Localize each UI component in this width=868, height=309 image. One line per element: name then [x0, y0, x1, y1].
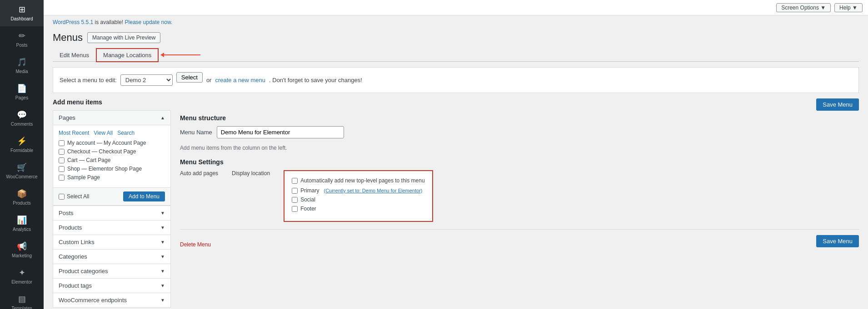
- products-accordion-header[interactable]: Products ▼: [53, 221, 170, 235]
- topbar: Screen Options ▼ Help ▼: [44, 0, 868, 15]
- product-categories-accordion-header[interactable]: Product categories ▼: [53, 264, 170, 278]
- help-button[interactable]: Help ▼: [834, 3, 863, 12]
- categories-accordion: Categories ▼: [53, 250, 171, 264]
- menu-name-label: Menu Name: [180, 129, 212, 136]
- tab-edit-menus[interactable]: Edit Menus: [53, 49, 96, 61]
- save-menu-button-bottom[interactable]: Save Menu: [816, 235, 859, 247]
- screen-options-button[interactable]: Screen Options ▼: [776, 3, 831, 12]
- elementor-icon: ✦: [19, 268, 25, 278]
- page-checkbox-shop[interactable]: [59, 166, 65, 172]
- tab-manage-locations[interactable]: Manage Locations: [96, 48, 159, 62]
- page-label: Sample Page: [67, 174, 100, 181]
- chevron-up-icon: ▲: [160, 115, 165, 120]
- view-all-tab[interactable]: View All: [94, 130, 113, 136]
- sidebar-item-label: Posts: [16, 43, 27, 48]
- custom-links-accordion-header[interactable]: Custom Links ▼: [53, 235, 170, 249]
- categories-label: Categories: [59, 253, 87, 260]
- sidebar-item-media[interactable]: 🎵 Media: [0, 53, 44, 79]
- sidebar-item-label: Media: [15, 69, 28, 74]
- menu-name-input[interactable]: [217, 126, 344, 138]
- bottom-action-row: Delete Menu Save Menu: [180, 229, 859, 248]
- create-new-menu-link[interactable]: create a new menu: [215, 77, 265, 83]
- pages-accordion-body: Most Recent View All Search My account —…: [53, 125, 170, 188]
- formidable-icon: ⚡: [17, 136, 27, 146]
- menu-settings-box: Automatically add new top-level pages to…: [284, 170, 433, 222]
- page-checkbox-myaccount[interactable]: [59, 140, 65, 146]
- products-icon: 📦: [17, 189, 27, 199]
- add-to-menu-button[interactable]: Add to Menu: [123, 191, 165, 201]
- save-menu-button-top[interactable]: Save Menu: [816, 98, 859, 111]
- main-content: Screen Options ▼ Help ▼ WordPress 5.5.1 …: [44, 0, 868, 309]
- sidebar-item-label: Products: [13, 201, 30, 206]
- tabs-row: Edit Menus Manage Locations: [53, 46, 859, 62]
- primary-note-link[interactable]: (Currently set to: Demo Menu for Element…: [324, 188, 422, 193]
- sidebar-item-woocommerce[interactable]: 🛒 WooCommerce: [0, 158, 44, 184]
- woocommerce-icon: 🛒: [17, 162, 27, 172]
- sidebar-item-elementor[interactable]: ✦ Elementor: [0, 263, 44, 289]
- search-tab[interactable]: Search: [117, 130, 135, 136]
- location-footer-checkbox[interactable]: [292, 206, 298, 212]
- page-title: Menus: [53, 32, 83, 44]
- sidebar-item-marketing[interactable]: 📢 Marketing: [0, 237, 44, 263]
- menu-settings-section: Menu Settings Auto add pages Display loc…: [180, 158, 859, 222]
- most-recent-tab[interactable]: Most Recent: [59, 130, 89, 136]
- page-checkbox-sample[interactable]: [59, 175, 65, 181]
- content-area: WordPress 5.5.1 is available! Please upd…: [44, 15, 868, 309]
- sidebar-item-posts[interactable]: ✏ Posts: [0, 26, 44, 53]
- top-save-row: Save Menu: [180, 98, 859, 111]
- select-menu-row: Select a menu to edit: Demo 2 Demo 1 Pri…: [53, 67, 859, 93]
- add-menu-items-title: Add menu items: [53, 98, 171, 106]
- auto-add-checkbox[interactable]: [292, 178, 298, 184]
- accordion-tabs: Most Recent View All Search: [59, 130, 165, 136]
- analytics-icon: 📊: [17, 215, 27, 225]
- chevron-down-icon: ▼: [160, 240, 165, 245]
- categories-accordion-header[interactable]: Categories ▼: [53, 250, 170, 264]
- page-item-cart: Cart — Cart Page: [59, 157, 165, 163]
- delete-menu-link[interactable]: Delete Menu: [180, 241, 211, 248]
- products-accordion: Products ▼: [53, 221, 171, 235]
- sidebar-item-label: WooCommerce: [6, 174, 37, 180]
- location-social-checkbox[interactable]: [292, 197, 298, 203]
- sidebar-item-label: Marketing: [12, 253, 32, 259]
- left-column: Add menu items Pages ▲ Most Recent View …: [53, 98, 171, 308]
- posts-accordion-header[interactable]: Posts ▼: [53, 206, 170, 220]
- sidebar-item-label: Elementor: [11, 280, 32, 285]
- reminder-text: . Don't forget to save your changes!: [269, 77, 362, 83]
- update-now-link[interactable]: Please update now.: [125, 19, 173, 25]
- select-button[interactable]: Select: [176, 72, 203, 83]
- woocommerce-endpoints-label: WooCommerce endpoints: [59, 297, 127, 304]
- select-all-checkbox[interactable]: [59, 194, 65, 200]
- menu-instructions: Add menu items from the column on the le…: [180, 145, 859, 151]
- sidebar-item-products[interactable]: 📦 Products: [0, 184, 44, 211]
- auto-add-checkbox-label: Automatically add new top-level pages to…: [300, 177, 425, 184]
- pages-accordion-header[interactable]: Pages ▲: [53, 111, 170, 125]
- comments-icon: 💬: [17, 110, 27, 120]
- sidebar-item-label: Dashboard: [11, 16, 33, 22]
- sidebar-item-formidable[interactable]: ⚡ Formidable: [0, 132, 44, 158]
- menu-settings-title: Menu Settings: [180, 158, 859, 166]
- menu-select[interactable]: Demo 2 Demo 1 Primary Menu: [120, 74, 173, 86]
- woocommerce-endpoints-accordion-header[interactable]: WooCommerce endpoints ▼: [53, 293, 170, 307]
- sidebar-item-templates[interactable]: ▤ Templates: [0, 289, 44, 309]
- chevron-down-icon: ▼: [160, 283, 165, 288]
- sidebar-item-dashboard[interactable]: ⊞ Dashboard: [0, 0, 44, 26]
- wp-version-link[interactable]: WordPress 5.5.1: [53, 19, 93, 25]
- posts-icon: ✏: [19, 31, 25, 41]
- location-social: Social: [292, 196, 425, 203]
- manage-preview-button[interactable]: Manage with Live Preview: [87, 32, 160, 43]
- sidebar-item-label: Formidable: [10, 148, 33, 153]
- select-all-label[interactable]: Select All: [59, 193, 89, 200]
- page-item-sample: Sample Page: [59, 174, 165, 181]
- sidebar-item-analytics[interactable]: 📊 Analytics: [0, 211, 44, 237]
- page-checkbox-checkout[interactable]: [59, 149, 65, 155]
- sidebar-item-pages[interactable]: 📄 Pages: [0, 79, 44, 105]
- product-categories-accordion: Product categories ▼: [53, 264, 171, 279]
- location-primary-checkbox[interactable]: [292, 188, 298, 194]
- sidebar-item-comments[interactable]: 💬 Comments: [0, 105, 44, 132]
- page-checkbox-cart[interactable]: [59, 157, 65, 163]
- product-tags-accordion: Product tags ▼: [53, 279, 171, 293]
- product-tags-accordion-header[interactable]: Product tags ▼: [53, 279, 170, 293]
- accordion-footer: Select All Add to Menu: [53, 188, 170, 206]
- page-label: My account — My Account Page: [67, 140, 146, 146]
- menu-structure-title: Menu structure: [180, 114, 859, 122]
